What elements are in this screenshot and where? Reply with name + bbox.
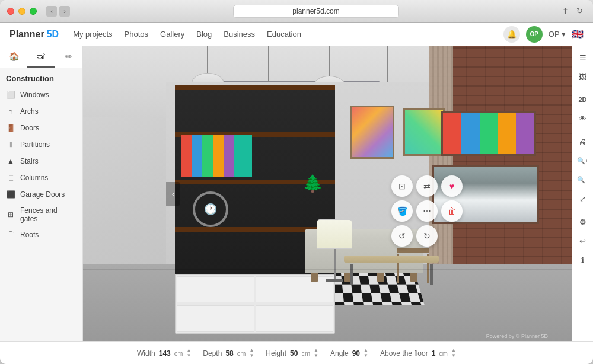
- angle-spinner[interactable]: ▲ ▼: [364, 348, 368, 358]
- sidebar-item-stairs[interactable]: ▲ Stairs: [0, 153, 82, 170]
- above-floor-up[interactable]: ▲: [451, 348, 456, 353]
- notifications-bell[interactable]: 🔔: [503, 26, 520, 43]
- zoom-out-btn[interactable]: 🔍−: [574, 171, 592, 189]
- nav-gallery[interactable]: Gallery: [160, 30, 184, 39]
- depth-value: 58: [225, 349, 233, 357]
- fab-rotate-left-btn[interactable]: ↺: [391, 225, 413, 247]
- angle-up[interactable]: ▲: [364, 348, 368, 353]
- left-sidebar: 🏠 🛋 ✏ Construction ⬜ Windows ∩ Archs 🚪 D…: [0, 46, 83, 341]
- share-icon[interactable]: ⬆: [562, 7, 572, 16]
- angle-down[interactable]: ▼: [364, 353, 368, 358]
- share-btn[interactable]: ↩: [574, 232, 592, 250]
- cabinet-row-bottom: [176, 304, 334, 333]
- bookshelf: 🕐 🌲: [175, 85, 335, 334]
- menu-icon-btn[interactable]: ☰: [574, 49, 592, 66]
- maximize-button[interactable]: [30, 8, 37, 15]
- app-navbar: Planner5D My projects Photos Gallery Blo…: [0, 23, 593, 46]
- depth-spinner[interactable]: ▲ ▼: [249, 348, 254, 358]
- columns-icon: ⌶: [6, 173, 15, 183]
- nav-blog[interactable]: Blog: [196, 30, 212, 39]
- powered-by-label: Powered by © Planner 5D: [486, 333, 548, 339]
- roofs-label: Roofs: [20, 231, 39, 239]
- fab-copy-btn[interactable]: ⊡: [391, 175, 413, 197]
- windows-icon: ⬜: [6, 90, 15, 100]
- stairs-icon: ▲: [6, 157, 15, 166]
- forward-button[interactable]: ›: [59, 6, 70, 17]
- fab-more-btn[interactable]: ⋯: [416, 200, 438, 222]
- painting-2: [403, 108, 445, 156]
- 3d-view-btn[interactable]: 👁: [574, 110, 592, 127]
- traffic-lights: [7, 8, 37, 15]
- viewport-3d[interactable]: 1 ▼ 📷: [83, 46, 572, 341]
- depth-control: Depth 58 cm ▲ ▼: [203, 348, 254, 358]
- close-button[interactable]: [7, 8, 14, 15]
- fab-flip-btn[interactable]: ⇄: [416, 175, 438, 197]
- above-floor-down[interactable]: ▼: [451, 353, 456, 358]
- coffee-table-legs: [344, 264, 439, 285]
- side-table-top: [397, 248, 429, 253]
- user-menu[interactable]: OP ▾: [549, 30, 566, 39]
- sidebar-item-garage-doors[interactable]: ⬛ Garage Doors: [0, 186, 82, 203]
- coffee-table-leg-2: [430, 264, 433, 285]
- texture-btn[interactable]: 🖼: [574, 68, 592, 85]
- sidebar-item-roofs[interactable]: ⌒ Roofs: [0, 226, 82, 243]
- info-btn[interactable]: ℹ: [574, 251, 592, 269]
- print-btn[interactable]: 🖨: [574, 133, 592, 151]
- sidebar-item-doors[interactable]: 🚪 Doors: [0, 120, 82, 136]
- nav-business[interactable]: Business: [224, 30, 255, 39]
- fab-rotate-right-btn[interactable]: ↻: [416, 225, 438, 247]
- height-down[interactable]: ▼: [314, 353, 318, 358]
- fab-paint-btn[interactable]: 🪣: [391, 200, 413, 222]
- width-control: Width 143 cm ▲ ▼: [137, 348, 191, 358]
- height-up[interactable]: ▲: [314, 348, 318, 353]
- logo-text: Planner: [9, 29, 44, 40]
- minimize-button[interactable]: [18, 8, 25, 15]
- height-spinner[interactable]: ▲ ▼: [314, 348, 318, 358]
- stairs-label: Stairs: [20, 157, 39, 165]
- sidebar-item-fences[interactable]: ⊞ Fences and gates: [0, 203, 82, 226]
- right-toolbar: ☰ 🖼 2D 👁 🖨 🔍+ 🔍− ⤢ ⚙ ↩ ℹ: [572, 46, 593, 341]
- user-avatar[interactable]: OP: [526, 26, 543, 43]
- painting-1: [350, 106, 394, 159]
- width-spinner[interactable]: ▲ ▼: [186, 348, 191, 358]
- nav-photos[interactable]: Photos: [125, 30, 148, 39]
- fab-delete-btn[interactable]: 🗑: [441, 200, 463, 222]
- archs-label: Archs: [20, 107, 39, 116]
- sidebar-item-windows[interactable]: ⬜ Windows: [0, 87, 82, 103]
- above-floor-spinner[interactable]: ▲ ▼: [451, 348, 456, 358]
- doors-label: Doors: [20, 124, 39, 132]
- tab-edit[interactable]: ✏: [55, 46, 82, 68]
- settings-btn[interactable]: ⚙: [574, 213, 592, 231]
- height-unit: cm: [301, 350, 310, 357]
- above-floor-unit: cm: [439, 350, 448, 357]
- columns-label: Columns: [20, 174, 48, 182]
- partitions-icon: ⦀: [6, 140, 15, 149]
- windows-label: Windows: [20, 91, 49, 99]
- width-down[interactable]: ▼: [186, 353, 191, 358]
- fab-heart-btn[interactable]: ♥: [441, 175, 463, 197]
- back-arrow-button[interactable]: ‹: [166, 182, 180, 206]
- back-button[interactable]: ‹: [46, 6, 57, 17]
- nav-education[interactable]: Education: [267, 30, 301, 39]
- depth-down[interactable]: ▼: [249, 353, 254, 358]
- sidebar-item-archs[interactable]: ∩ Archs: [0, 103, 82, 120]
- coffee-table[interactable]: [344, 256, 439, 285]
- width-up[interactable]: ▲: [186, 348, 191, 353]
- fullscreen-btn[interactable]: ⤢: [574, 190, 592, 207]
- url-bar[interactable]: planner5d.com: [233, 5, 399, 18]
- sidebar-item-partitions[interactable]: ⦀ Partitions: [0, 136, 82, 153]
- tab-home[interactable]: 🏠: [0, 46, 27, 68]
- height-label: Height: [266, 349, 286, 357]
- sidebar-item-columns[interactable]: ⌶ Columns: [0, 170, 82, 186]
- language-selector[interactable]: 🇬🇧: [572, 28, 584, 40]
- nav-my-projects[interactable]: My projects: [73, 30, 112, 39]
- reload-icon[interactable]: ↻: [576, 7, 586, 16]
- lamp-pole: [334, 249, 336, 279]
- logo-suffix: 5D: [47, 29, 59, 40]
- shelf-1: [175, 85, 335, 90]
- zoom-in-btn[interactable]: 🔍+: [574, 152, 592, 170]
- depth-up[interactable]: ▲: [249, 348, 254, 353]
- coffee-table-leg-1: [350, 264, 353, 285]
- tab-furniture[interactable]: 🛋: [27, 46, 55, 68]
- 2d-view-btn[interactable]: 2D: [574, 91, 592, 108]
